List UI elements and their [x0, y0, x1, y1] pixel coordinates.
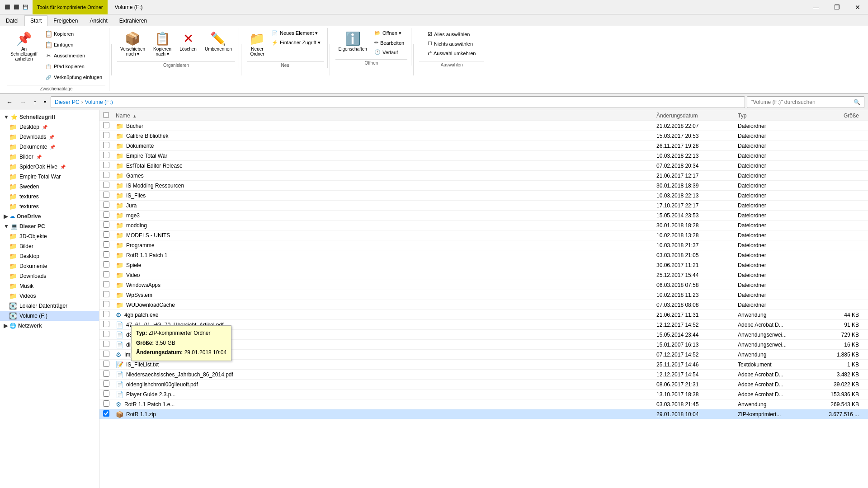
- table-row[interactable]: 📁 Spiele 30.06.2017 11:21 Dateiordner: [99, 260, 868, 270]
- table-row[interactable]: 📝 IS_FileList.txt 25.11.2017 14:46 Textd…: [99, 360, 868, 370]
- sidebar-item-3d[interactable]: 📁 3D-Objekte: [0, 231, 99, 241]
- header-size[interactable]: Größe: [810, 113, 864, 119]
- table-row[interactable]: 📁 mge3 15.05.2014 23:53 Dateiordner: [99, 211, 868, 221]
- row-check[interactable]: [103, 390, 116, 398]
- row-check[interactable]: [103, 380, 116, 388]
- row-check[interactable]: [103, 351, 116, 358]
- table-row[interactable]: 📁 MODELS - UNITS 10.02.2018 13:28 Dateio…: [99, 230, 868, 240]
- pin-button[interactable]: 📌 An Schnellzugriff anheften: [7, 29, 41, 82]
- row-check[interactable]: [103, 122, 116, 130]
- table-row[interactable]: 📄 Player Guide 2.3.p... 13.10.2017 18:38…: [99, 389, 868, 399]
- recent-locations-button[interactable]: ▾: [41, 98, 49, 106]
- sidebar-item-lokaler[interactable]: 💽 Lokaler Datenträger: [0, 301, 99, 311]
- row-checkbox[interactable]: [103, 271, 109, 277]
- cut-button[interactable]: ✂ Ausschneiden: [42, 51, 105, 61]
- row-check[interactable]: [103, 221, 116, 229]
- row-checkbox[interactable]: [103, 152, 109, 158]
- row-check[interactable]: [103, 410, 116, 418]
- row-check[interactable]: [103, 211, 116, 219]
- easy-access-button[interactable]: ⚡ Einfacher Zugriff ▾: [269, 38, 324, 47]
- sidebar-section-schnellzugriff[interactable]: ▼ ⭐ Schnellzugriff: [0, 112, 99, 122]
- edit-button[interactable]: ✏ Bearbeiten: [371, 38, 407, 47]
- back-button[interactable]: ←: [4, 97, 15, 108]
- row-check[interactable]: [103, 182, 116, 189]
- row-check[interactable]: [103, 371, 116, 378]
- ribbon-tab-datei[interactable]: Datei: [0, 15, 24, 26]
- row-checkbox[interactable]: [103, 132, 109, 138]
- row-checkbox[interactable]: [103, 291, 109, 297]
- table-row[interactable]: 📁 Dokumente 26.11.2017 19:28 Dateiordner: [99, 141, 868, 151]
- table-row[interactable]: 📁 IS Modding Ressourcen 30.01.2018 18:39…: [99, 181, 868, 191]
- search-input[interactable]: [751, 99, 854, 105]
- table-row[interactable]: 📁 WindowsApps 06.03.2018 07:58 Dateiordn…: [99, 280, 868, 290]
- sidebar-item-empire[interactable]: 📁 Empire Total War: [0, 172, 99, 182]
- row-check[interactable]: [103, 361, 116, 368]
- row-checkbox[interactable]: [103, 351, 109, 357]
- table-row[interactable]: 📁 Jura 17.10.2017 22:17 Dateiordner: [99, 201, 868, 211]
- row-check[interactable]: [103, 281, 116, 289]
- row-check[interactable]: [103, 321, 116, 328]
- table-row[interactable]: 📦 RotR 1.1.zip 29.01.2018 10:04 ZIP-komp…: [99, 409, 868, 419]
- sidebar-item-bilder[interactable]: 📁 Bilder 📌: [0, 152, 99, 162]
- row-check[interactable]: [103, 261, 116, 269]
- sidebar-section-onedrive[interactable]: ▶ ☁ OneDrive: [0, 211, 99, 221]
- row-checkbox[interactable]: [103, 341, 109, 347]
- sidebar-item-dokumente[interactable]: 📁 Dokumente 📌: [0, 142, 99, 152]
- sidebar-item-sweden[interactable]: 📁 Sweden: [0, 182, 99, 192]
- row-checkbox[interactable]: [103, 211, 109, 218]
- breadcrumb-volume[interactable]: Volume (F:): [85, 99, 113, 105]
- row-checkbox[interactable]: [103, 202, 109, 208]
- table-row[interactable]: 📁 RotR 1.1 Patch 1 03.03.2018 21:05 Date…: [99, 250, 868, 260]
- delete-button[interactable]: ✕ Löschen: [176, 29, 200, 59]
- row-check[interactable]: [103, 271, 116, 279]
- header-type[interactable]: Typ: [738, 113, 810, 119]
- table-row[interactable]: 📁 modding 30.01.2018 18:28 Dateiordner: [99, 221, 868, 230]
- ribbon-tab-ansicht[interactable]: Ansicht: [84, 15, 113, 26]
- paste-button[interactable]: 📋 Einfügen: [42, 40, 105, 50]
- row-check[interactable]: [103, 400, 116, 408]
- row-check[interactable]: [103, 341, 116, 348]
- ribbon-tab-start[interactable]: Start: [24, 15, 47, 26]
- copy-to-button[interactable]: 📋 Kopierennach ▾: [150, 29, 175, 59]
- sidebar-item-bilder-pc[interactable]: 📁 Bilder: [0, 241, 99, 251]
- row-checkbox[interactable]: [103, 192, 109, 198]
- row-check[interactable]: [103, 152, 116, 160]
- sidebar-item-textures1[interactable]: 📁 textures: [0, 192, 99, 202]
- row-checkbox[interactable]: [103, 361, 109, 367]
- row-checkbox[interactable]: [103, 410, 109, 417]
- row-check[interactable]: [103, 291, 116, 299]
- table-row[interactable]: 📁 Programme 10.03.2018 21:37 Dateiordner: [99, 240, 868, 250]
- row-checkbox[interactable]: [103, 231, 109, 238]
- row-check[interactable]: [103, 132, 116, 140]
- row-checkbox[interactable]: [103, 241, 109, 248]
- table-row[interactable]: 📄 oldenglishchroni00gileuoft.pdf 08.06.2…: [99, 380, 868, 389]
- rename-button[interactable]: ✏️ Umbenennen: [202, 29, 235, 59]
- row-checkbox[interactable]: [103, 321, 109, 327]
- copy-path-button[interactable]: 📋 Pfad kopieren: [42, 61, 105, 71]
- row-checkbox[interactable]: [103, 281, 109, 287]
- table-row[interactable]: 📁 Video 25.12.2017 15:44 Dateiordner: [99, 270, 868, 280]
- header-date[interactable]: Änderungsdatum: [656, 113, 738, 119]
- sidebar-item-downloads[interactable]: 📁 Downloads 📌: [0, 132, 99, 142]
- row-checkbox[interactable]: [103, 251, 109, 258]
- table-row[interactable]: 📁 EsfTotal Editor Release 07.02.2018 20:…: [99, 161, 868, 171]
- row-checkbox[interactable]: [103, 221, 109, 228]
- sidebar-section-netzwerk[interactable]: ▶ 🌐 Netzwerk: [0, 321, 99, 331]
- row-check[interactable]: [103, 231, 116, 239]
- close-button[interactable]: ✕: [847, 0, 868, 14]
- row-checkbox[interactable]: [103, 380, 109, 387]
- row-check[interactable]: [103, 251, 116, 259]
- row-checkbox[interactable]: [103, 162, 109, 168]
- table-row[interactable]: ⚙ RotR 1.1 Patch 1.e... 03.03.2018 21:45…: [99, 399, 868, 409]
- row-checkbox[interactable]: [103, 172, 109, 178]
- ribbon-tab-freigeben[interactable]: Freigeben: [47, 15, 84, 26]
- row-checkbox[interactable]: [103, 371, 109, 377]
- header-name[interactable]: Name ▲: [116, 113, 656, 119]
- row-checkbox[interactable]: [103, 301, 109, 307]
- invert-selection-button[interactable]: ⇄ Auswahl umkehren: [425, 49, 479, 57]
- row-checkbox[interactable]: [103, 311, 109, 317]
- sidebar-item-spideroak[interactable]: 📁 SpiderOak Hive 📌: [0, 162, 99, 172]
- sidebar-item-musik[interactable]: 📁 Musik: [0, 281, 99, 291]
- row-check[interactable]: [103, 162, 116, 169]
- row-check[interactable]: [103, 301, 116, 309]
